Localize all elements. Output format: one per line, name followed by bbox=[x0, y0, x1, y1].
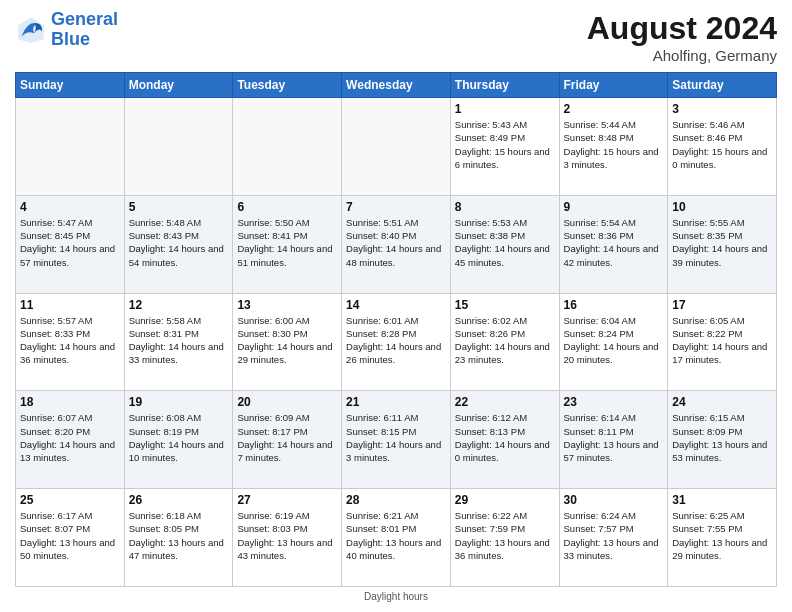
logo-icon bbox=[15, 14, 47, 46]
table-row: 28Sunrise: 6:21 AMSunset: 8:01 PMDayligh… bbox=[342, 489, 451, 587]
day-info: Sunrise: 5:55 AMSunset: 8:35 PMDaylight:… bbox=[672, 216, 772, 269]
day-number: 16 bbox=[564, 298, 664, 312]
table-row: 15Sunrise: 6:02 AMSunset: 8:26 PMDayligh… bbox=[450, 293, 559, 391]
col-friday: Friday bbox=[559, 73, 668, 98]
header: General Blue August 2024 Aholfing, Germa… bbox=[15, 10, 777, 64]
month-year: August 2024 bbox=[587, 10, 777, 47]
day-info: Sunrise: 6:00 AMSunset: 8:30 PMDaylight:… bbox=[237, 314, 337, 367]
day-info: Sunrise: 6:14 AMSunset: 8:11 PMDaylight:… bbox=[564, 411, 664, 464]
day-number: 12 bbox=[129, 298, 229, 312]
day-number: 26 bbox=[129, 493, 229, 507]
table-row: 21Sunrise: 6:11 AMSunset: 8:15 PMDayligh… bbox=[342, 391, 451, 489]
calendar-week-4: 18Sunrise: 6:07 AMSunset: 8:20 PMDayligh… bbox=[16, 391, 777, 489]
day-info: Sunrise: 5:50 AMSunset: 8:41 PMDaylight:… bbox=[237, 216, 337, 269]
table-row bbox=[16, 98, 125, 196]
table-row bbox=[233, 98, 342, 196]
day-number: 8 bbox=[455, 200, 555, 214]
day-info: Sunrise: 6:22 AMSunset: 7:59 PMDaylight:… bbox=[455, 509, 555, 562]
day-info: Sunrise: 5:57 AMSunset: 8:33 PMDaylight:… bbox=[20, 314, 120, 367]
day-number: 9 bbox=[564, 200, 664, 214]
logo-text: General Blue bbox=[51, 10, 118, 50]
table-row: 10Sunrise: 5:55 AMSunset: 8:35 PMDayligh… bbox=[668, 195, 777, 293]
day-info: Sunrise: 6:08 AMSunset: 8:19 PMDaylight:… bbox=[129, 411, 229, 464]
table-row: 14Sunrise: 6:01 AMSunset: 8:28 PMDayligh… bbox=[342, 293, 451, 391]
day-info: Sunrise: 6:12 AMSunset: 8:13 PMDaylight:… bbox=[455, 411, 555, 464]
col-monday: Monday bbox=[124, 73, 233, 98]
day-number: 5 bbox=[129, 200, 229, 214]
title-block: August 2024 Aholfing, Germany bbox=[587, 10, 777, 64]
day-number: 24 bbox=[672, 395, 772, 409]
header-row: Sunday Monday Tuesday Wednesday Thursday… bbox=[16, 73, 777, 98]
page: General Blue August 2024 Aholfing, Germa… bbox=[0, 0, 792, 612]
day-number: 28 bbox=[346, 493, 446, 507]
day-number: 18 bbox=[20, 395, 120, 409]
table-row: 2Sunrise: 5:44 AMSunset: 8:48 PMDaylight… bbox=[559, 98, 668, 196]
day-info: Sunrise: 6:11 AMSunset: 8:15 PMDaylight:… bbox=[346, 411, 446, 464]
day-number: 29 bbox=[455, 493, 555, 507]
day-number: 1 bbox=[455, 102, 555, 116]
col-saturday: Saturday bbox=[668, 73, 777, 98]
table-row: 27Sunrise: 6:19 AMSunset: 8:03 PMDayligh… bbox=[233, 489, 342, 587]
col-tuesday: Tuesday bbox=[233, 73, 342, 98]
day-number: 14 bbox=[346, 298, 446, 312]
day-number: 25 bbox=[20, 493, 120, 507]
calendar-week-5: 25Sunrise: 6:17 AMSunset: 8:07 PMDayligh… bbox=[16, 489, 777, 587]
day-info: Sunrise: 6:17 AMSunset: 8:07 PMDaylight:… bbox=[20, 509, 120, 562]
col-sunday: Sunday bbox=[16, 73, 125, 98]
table-row: 24Sunrise: 6:15 AMSunset: 8:09 PMDayligh… bbox=[668, 391, 777, 489]
day-info: Sunrise: 6:02 AMSunset: 8:26 PMDaylight:… bbox=[455, 314, 555, 367]
location: Aholfing, Germany bbox=[587, 47, 777, 64]
table-row: 8Sunrise: 5:53 AMSunset: 8:38 PMDaylight… bbox=[450, 195, 559, 293]
day-info: Sunrise: 5:44 AMSunset: 8:48 PMDaylight:… bbox=[564, 118, 664, 171]
table-row: 12Sunrise: 5:58 AMSunset: 8:31 PMDayligh… bbox=[124, 293, 233, 391]
calendar-week-2: 4Sunrise: 5:47 AMSunset: 8:45 PMDaylight… bbox=[16, 195, 777, 293]
table-row: 7Sunrise: 5:51 AMSunset: 8:40 PMDaylight… bbox=[342, 195, 451, 293]
day-info: Sunrise: 5:51 AMSunset: 8:40 PMDaylight:… bbox=[346, 216, 446, 269]
day-info: Sunrise: 6:07 AMSunset: 8:20 PMDaylight:… bbox=[20, 411, 120, 464]
table-row: 11Sunrise: 5:57 AMSunset: 8:33 PMDayligh… bbox=[16, 293, 125, 391]
day-info: Sunrise: 6:01 AMSunset: 8:28 PMDaylight:… bbox=[346, 314, 446, 367]
table-row: 26Sunrise: 6:18 AMSunset: 8:05 PMDayligh… bbox=[124, 489, 233, 587]
day-number: 20 bbox=[237, 395, 337, 409]
day-number: 4 bbox=[20, 200, 120, 214]
day-info: Sunrise: 5:58 AMSunset: 8:31 PMDaylight:… bbox=[129, 314, 229, 367]
table-row: 19Sunrise: 6:08 AMSunset: 8:19 PMDayligh… bbox=[124, 391, 233, 489]
day-info: Sunrise: 6:04 AMSunset: 8:24 PMDaylight:… bbox=[564, 314, 664, 367]
table-row: 16Sunrise: 6:04 AMSunset: 8:24 PMDayligh… bbox=[559, 293, 668, 391]
table-row: 29Sunrise: 6:22 AMSunset: 7:59 PMDayligh… bbox=[450, 489, 559, 587]
table-row: 4Sunrise: 5:47 AMSunset: 8:45 PMDaylight… bbox=[16, 195, 125, 293]
day-number: 6 bbox=[237, 200, 337, 214]
day-number: 31 bbox=[672, 493, 772, 507]
day-info: Sunrise: 5:43 AMSunset: 8:49 PMDaylight:… bbox=[455, 118, 555, 171]
day-info: Sunrise: 6:09 AMSunset: 8:17 PMDaylight:… bbox=[237, 411, 337, 464]
day-info: Sunrise: 5:47 AMSunset: 8:45 PMDaylight:… bbox=[20, 216, 120, 269]
day-number: 17 bbox=[672, 298, 772, 312]
table-row: 18Sunrise: 6:07 AMSunset: 8:20 PMDayligh… bbox=[16, 391, 125, 489]
day-info: Sunrise: 6:24 AMSunset: 7:57 PMDaylight:… bbox=[564, 509, 664, 562]
day-number: 7 bbox=[346, 200, 446, 214]
footer-note: Daylight hours bbox=[15, 591, 777, 602]
col-thursday: Thursday bbox=[450, 73, 559, 98]
table-row: 6Sunrise: 5:50 AMSunset: 8:41 PMDaylight… bbox=[233, 195, 342, 293]
table-row: 25Sunrise: 6:17 AMSunset: 8:07 PMDayligh… bbox=[16, 489, 125, 587]
day-number: 27 bbox=[237, 493, 337, 507]
day-number: 2 bbox=[564, 102, 664, 116]
calendar-table: Sunday Monday Tuesday Wednesday Thursday… bbox=[15, 72, 777, 587]
day-number: 15 bbox=[455, 298, 555, 312]
day-info: Sunrise: 6:05 AMSunset: 8:22 PMDaylight:… bbox=[672, 314, 772, 367]
logo: General Blue bbox=[15, 10, 118, 50]
table-row: 31Sunrise: 6:25 AMSunset: 7:55 PMDayligh… bbox=[668, 489, 777, 587]
day-number: 3 bbox=[672, 102, 772, 116]
day-number: 23 bbox=[564, 395, 664, 409]
table-row: 23Sunrise: 6:14 AMSunset: 8:11 PMDayligh… bbox=[559, 391, 668, 489]
day-info: Sunrise: 5:48 AMSunset: 8:43 PMDaylight:… bbox=[129, 216, 229, 269]
day-info: Sunrise: 6:15 AMSunset: 8:09 PMDaylight:… bbox=[672, 411, 772, 464]
calendar-week-1: 1Sunrise: 5:43 AMSunset: 8:49 PMDaylight… bbox=[16, 98, 777, 196]
day-number: 10 bbox=[672, 200, 772, 214]
table-row: 9Sunrise: 5:54 AMSunset: 8:36 PMDaylight… bbox=[559, 195, 668, 293]
table-row: 17Sunrise: 6:05 AMSunset: 8:22 PMDayligh… bbox=[668, 293, 777, 391]
table-row: 30Sunrise: 6:24 AMSunset: 7:57 PMDayligh… bbox=[559, 489, 668, 587]
day-info: Sunrise: 5:46 AMSunset: 8:46 PMDaylight:… bbox=[672, 118, 772, 171]
day-info: Sunrise: 5:53 AMSunset: 8:38 PMDaylight:… bbox=[455, 216, 555, 269]
day-number: 19 bbox=[129, 395, 229, 409]
